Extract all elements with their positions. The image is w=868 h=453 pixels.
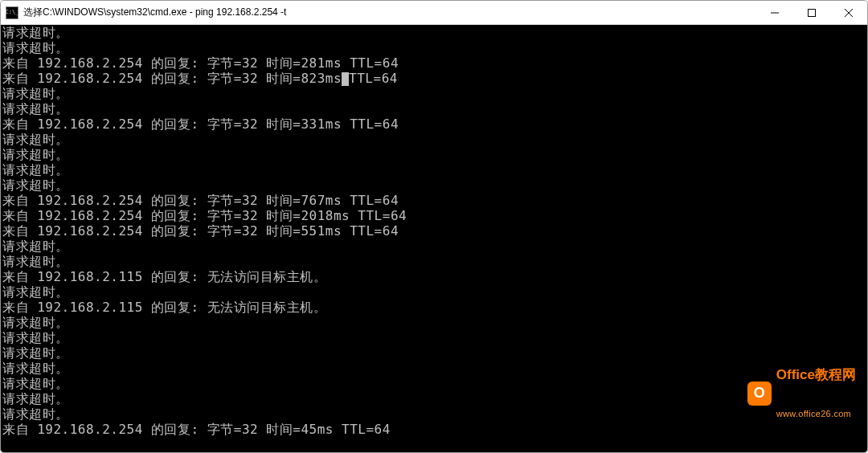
cmd-window: 选择C:\WINDOWS\system32\cmd.exe - ping 192… bbox=[0, 0, 868, 453]
title-bar[interactable]: 选择C:\WINDOWS\system32\cmd.exe - ping 192… bbox=[1, 1, 867, 25]
console-line: 来自 192.168.2.254 的回复: 字节=32 时间=281ms TTL… bbox=[2, 55, 866, 71]
console-line: 来自 192.168.2.115 的回复: 无法访问目标主机。 bbox=[2, 269, 866, 284]
console-line: 请求超时。 bbox=[2, 391, 866, 406]
console-line: 请求超时。 bbox=[2, 101, 866, 116]
console-line: 请求超时。 bbox=[2, 239, 866, 254]
close-button[interactable] bbox=[830, 1, 867, 24]
console-line: 请求超时。 bbox=[2, 361, 866, 376]
console-line: 来自 192.168.2.254 的回复: 字节=32 时间=551ms TTL… bbox=[2, 223, 866, 239]
console-line: 来自 192.168.2.254 的回复: 字节=32 时间=2018ms TT… bbox=[2, 208, 866, 223]
console-line: 来自 192.168.2.115 的回复: 无法访问目标主机。 bbox=[2, 300, 866, 315]
console-line: 来自 192.168.2.254 的回复: 字节=32 时间=45ms TTL=… bbox=[2, 422, 866, 437]
close-icon bbox=[845, 9, 853, 17]
window-controls bbox=[756, 1, 867, 24]
console-line: 请求超时。 bbox=[2, 147, 866, 162]
minimize-button[interactable] bbox=[756, 1, 793, 24]
cmd-icon bbox=[6, 6, 18, 19]
console-line: 请求超时。 bbox=[2, 376, 866, 391]
console-line: 来自 192.168.2.254 的回复: 字节=32 时间=331ms TTL… bbox=[2, 116, 866, 132]
console-line: 请求超时。 bbox=[2, 315, 866, 330]
console-line: 请求超时。 bbox=[2, 40, 866, 55]
text-cursor bbox=[342, 72, 349, 86]
minimize-icon bbox=[771, 9, 779, 17]
maximize-icon bbox=[808, 9, 816, 17]
console-line: 请求超时。 bbox=[2, 132, 866, 147]
window-title: 选择C:\WINDOWS\system32\cmd.exe - ping 192… bbox=[23, 6, 756, 19]
console-line: 请求超时。 bbox=[2, 178, 866, 193]
console-line: 请求超时。 bbox=[2, 345, 866, 361]
console-line: 请求超时。 bbox=[2, 406, 866, 422]
svg-rect-1 bbox=[809, 9, 816, 16]
console-line: 请求超时。 bbox=[2, 162, 866, 178]
console-line: 请求超时。 bbox=[2, 330, 866, 345]
console-line: 请求超时。 bbox=[2, 284, 866, 300]
console-line: 来自 192.168.2.254 的回复: 字节=32 时间=823msTTL=… bbox=[2, 71, 866, 86]
console-line: 请求超时。 bbox=[2, 25, 866, 40]
console-line: 请求超时。 bbox=[2, 86, 866, 101]
console-line: 来自 192.168.2.254 的回复: 字节=32 时间=767ms TTL… bbox=[2, 193, 866, 208]
console-line: 请求超时。 bbox=[2, 254, 866, 269]
console-output[interactable]: 请求超时。请求超时。来自 192.168.2.254 的回复: 字节=32 时间… bbox=[1, 25, 867, 452]
maximize-button[interactable] bbox=[793, 1, 830, 24]
